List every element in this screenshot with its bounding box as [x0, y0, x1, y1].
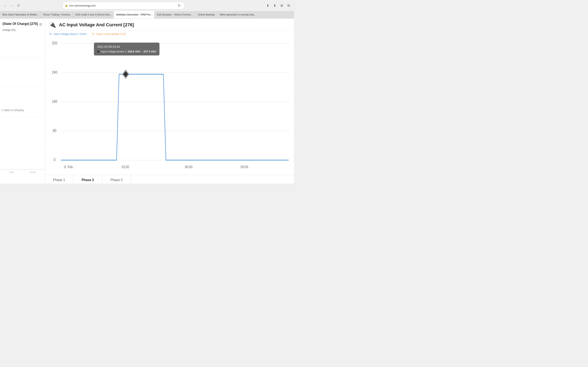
- svg-text:09:00: 09:00: [241, 165, 248, 169]
- tab-wettstein[interactable]: Wettstein Doornstok - VRM Por...: [114, 11, 155, 18]
- widget-icon: 🔌: [49, 21, 56, 28]
- tab-banking[interactable]: Online Banking: [195, 11, 217, 18]
- no-data-label: o data to display: [0, 108, 45, 112]
- legend-item-current: ∿ Input current phase 2 (A): [92, 32, 126, 36]
- page-content: (State Of Charge) [276] ⚙ charge (%) o d…: [0, 18, 294, 184]
- browser-tabs: Blue Steel Fabrication & Weldin... Rocco…: [0, 11, 294, 18]
- left-x-axis: 5:00 12:00: [0, 171, 45, 174]
- chart-title: AC Input Voltage And Current [276]: [59, 22, 134, 27]
- window-icon[interactable]: ⧉: [286, 3, 292, 8]
- grid-line-3: [0, 117, 45, 118]
- grid-line-2: [0, 87, 45, 87]
- address-bar[interactable]: 🔒 ↻: [62, 2, 185, 9]
- phase-tab-2[interactable]: Phase 2: [73, 175, 102, 184]
- legend-squiggle-voltage: ∿: [49, 32, 52, 36]
- share-icon[interactable]: ⬆: [272, 3, 278, 8]
- grid-line-4: [0, 148, 45, 148]
- svg-text:80: 80: [53, 128, 56, 133]
- tab-edit[interactable]: Edit Question - Victron Commu...: [155, 11, 195, 18]
- left-panel: (State Of Charge) [276] ⚙ charge (%) o d…: [0, 18, 45, 184]
- legend-area: ∿ Input voltage phase 2 (VAC) ∿ Input cu…: [45, 30, 294, 36]
- url-input[interactable]: [69, 4, 175, 7]
- svg-text:320: 320: [52, 41, 57, 45]
- browser-toolbar: ← → ☷ 🔒 ↻ ⬇ ⬆ ⚙ ⧉: [0, 0, 294, 11]
- reload-button[interactable]: ↻: [176, 3, 182, 8]
- settings-icon[interactable]: ⚙: [279, 3, 285, 8]
- lock-icon: 🔒: [65, 4, 68, 7]
- svg-text:03:00: 03:00: [122, 165, 129, 169]
- left-panel-subtitle: charge (%): [0, 28, 45, 34]
- phase-tab-3[interactable]: Phase 3: [102, 175, 131, 184]
- back-button[interactable]: ←: [2, 3, 8, 8]
- browser-chrome: ← → ☷ 🔒 ↻ ⬇ ⬆ ⚙ ⧉ Blue Steel Fabrication…: [0, 0, 294, 18]
- browser-actions: ⬇ ⬆ ⚙ ⧉: [265, 3, 292, 8]
- tab-blue-steel[interactable]: Blue Steel Fabrication & Weldin...: [0, 11, 41, 18]
- settings-gear-icon[interactable]: ⚙: [39, 22, 42, 27]
- svg-text:0: 0: [54, 157, 56, 162]
- phase-tab-1[interactable]: Phase 1: [45, 175, 73, 184]
- main-chart-svg: 320 240 160 80 0 9. Feb 03:00 06:00 09:0…: [47, 39, 290, 175]
- left-axis-line: [0, 169, 45, 169]
- left-chart-area: o data to display 5:00 12:00: [0, 34, 45, 184]
- legend-label-current: Input current phase 2 (A): [96, 33, 126, 35]
- phase-tab-rest: [131, 175, 294, 184]
- legend-label-voltage: Input voltage phase 2 (VAC): [54, 33, 87, 35]
- legend-squiggle-current: ∿: [92, 32, 95, 36]
- x-label-1: 5:00: [9, 171, 14, 174]
- right-panel: 🔌 AC Input Voltage And Current [276] ∿ I…: [45, 18, 294, 184]
- svg-text:9. Feb: 9. Feb: [64, 165, 73, 169]
- svg-text:160: 160: [52, 99, 57, 104]
- chart-container: 320 240 160 80 0 9. Feb 03:00 06:00 09:0…: [45, 36, 294, 175]
- forward-button[interactable]: →: [9, 3, 15, 8]
- soc-title: (State Of Charge) [276]: [2, 22, 38, 26]
- x-label-2: 12:00: [30, 171, 35, 174]
- left-panel-header: (State Of Charge) [276] ⚙: [0, 18, 45, 28]
- svg-text:240: 240: [52, 70, 57, 75]
- tab-list-button[interactable]: ☷: [16, 3, 21, 8]
- tab-ess[interactable]: ESS mode 2 and 3 [Victron Ene...: [73, 11, 114, 18]
- download-icon[interactable]: ⬇: [265, 3, 271, 8]
- phase-tabs: Phase 1 Phase 2 Phase 3: [45, 175, 294, 184]
- grid-line-1: [0, 57, 45, 57]
- tab-generator[interactable]: When generator is running char...: [217, 11, 258, 18]
- svg-text:06:00: 06:00: [185, 165, 192, 169]
- nav-buttons: ← → ☷: [2, 3, 21, 8]
- legend-item-voltage: ∿ Input voltage phase 2 (VAC): [49, 32, 87, 36]
- right-panel-header: 🔌 AC Input Voltage And Current [276]: [45, 18, 294, 30]
- tab-rocco[interactable]: Rocco Trading • Invoices: [41, 11, 73, 18]
